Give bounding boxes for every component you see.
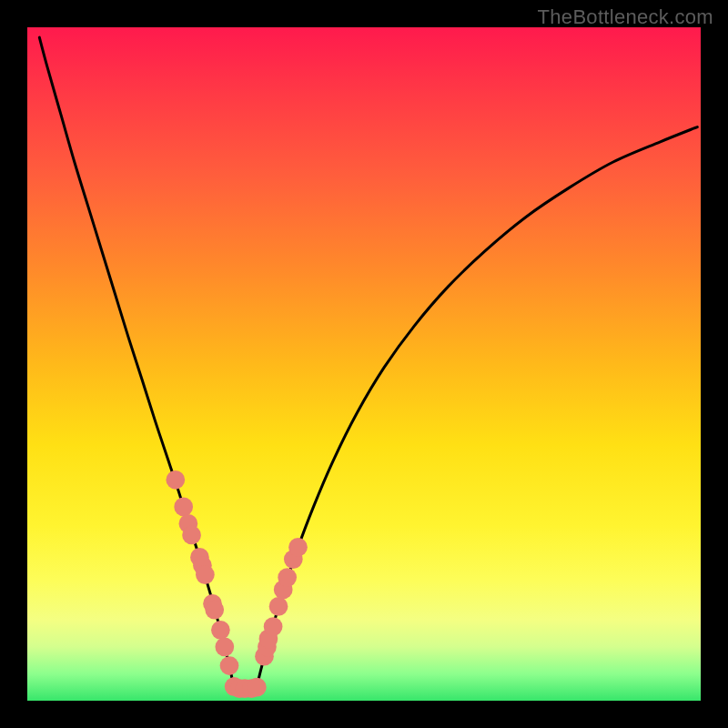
highlight-dot [166, 470, 185, 490]
curve-right [257, 127, 698, 689]
highlight-dot [220, 656, 239, 675]
highlight-dot [248, 678, 267, 697]
highlight-dot [215, 637, 234, 656]
highlight-dot [278, 568, 297, 587]
highlight-dot [182, 526, 201, 545]
highlight-dot [196, 565, 215, 584]
plot-area [27, 27, 701, 701]
highlight-dot [211, 621, 230, 640]
chart-overlay [27, 27, 701, 701]
highlight-dot [174, 498, 193, 517]
highlight-dots-group [166, 470, 307, 698]
chart-stage: TheBottleneck.com [0, 0, 728, 728]
highlight-dot [288, 538, 308, 557]
highlight-dot [205, 601, 224, 620]
watermark-text: TheBottleneck.com [538, 5, 713, 29]
highlight-dot [264, 617, 283, 636]
highlight-dot [269, 597, 288, 616]
curve-left [39, 37, 234, 689]
